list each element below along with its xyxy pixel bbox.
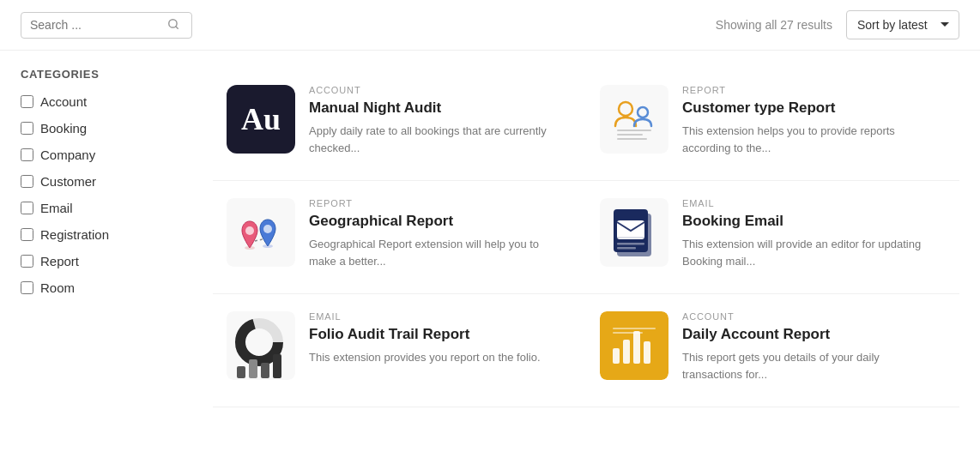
categories-title: CATEGORIES	[21, 68, 192, 81]
folio-icon	[227, 311, 295, 380]
product-card-booking-email[interactable]: EMAIL Booking Email This extension will …	[586, 181, 959, 294]
product-info-folio-audit: EMAIL Folio Audit Trail Report This exte…	[309, 311, 566, 366]
svg-line-1	[176, 26, 178, 28]
svg-point-12	[263, 225, 272, 233]
category-item-customer[interactable]: Customer	[21, 174, 192, 189]
product-desc-2: Geographical Report extension will help …	[309, 236, 566, 269]
category-label-account: Account	[40, 94, 87, 109]
category-item-room[interactable]: Room	[21, 280, 192, 295]
svg-rect-26	[261, 363, 269, 378]
au-icon: Au	[227, 85, 295, 154]
product-desc-1: This extension helps you to provide repo…	[682, 123, 939, 156]
svg-rect-28	[613, 348, 620, 364]
category-label-email: Email	[40, 201, 73, 215]
product-title-5: Daily Account Report	[682, 325, 939, 344]
category-label-customer: Customer	[40, 174, 96, 189]
category-label-company: Company	[40, 148, 95, 162]
product-info-geographical-report: REPORT Geographical Report Geographical …	[309, 198, 566, 269]
product-card-daily-account[interactable]: ACCOUNT Daily Account Report This report…	[586, 294, 959, 407]
category-item-email[interactable]: Email	[21, 201, 192, 215]
product-title-4: Folio Audit Trail Report	[309, 325, 566, 344]
svg-rect-30	[633, 331, 640, 364]
checkbox-company[interactable]	[21, 148, 33, 161]
results-count: Showing all 27 results	[716, 18, 832, 32]
category-item-company[interactable]: Company	[21, 148, 192, 162]
product-info-daily-account: ACCOUNT Daily Account Report This report…	[682, 311, 939, 383]
product-card-customer-type-report[interactable]: REPORT Customer type Report This extensi…	[586, 68, 959, 181]
product-title-2: Geographical Report	[309, 212, 566, 231]
geo-icon	[227, 198, 295, 267]
results-info: Showing all 27 results Sort by latest So…	[716, 10, 959, 39]
svg-rect-5	[617, 130, 651, 131]
product-info-customer-type-report: REPORT Customer type Report This extensi…	[682, 85, 939, 156]
checkbox-registration[interactable]	[21, 228, 33, 241]
svg-rect-19	[617, 243, 644, 245]
svg-rect-31	[644, 341, 650, 364]
search-box[interactable]	[21, 12, 192, 39]
product-card-geographical-report[interactable]: REPORT Geographical Report Geographical …	[213, 181, 586, 294]
checkbox-booking[interactable]	[21, 122, 33, 135]
svg-rect-32	[613, 328, 656, 329]
product-category-4: EMAIL	[309, 311, 566, 322]
products-grid: Au ACCOUNT Manual Night Audit Apply dail…	[213, 68, 959, 407]
product-title-1: Customer type Report	[682, 99, 939, 118]
svg-rect-33	[613, 332, 643, 334]
daily-account-icon	[611, 322, 657, 369]
checkbox-customer[interactable]	[21, 175, 33, 188]
category-label-room: Room	[40, 280, 75, 295]
daily-icon	[600, 311, 668, 380]
svg-rect-6	[617, 134, 643, 136]
search-input[interactable]	[30, 18, 167, 32]
customer-report-icon	[600, 85, 668, 154]
category-label-booking: Booking	[40, 121, 87, 136]
product-desc-0: Apply daily rate to all bookings that ar…	[309, 123, 566, 156]
svg-rect-20	[617, 247, 636, 250]
sidebar: CATEGORIES Account Booking Company Custo…	[21, 68, 192, 407]
product-icon-au: Au	[227, 85, 295, 154]
product-category-0: ACCOUNT	[309, 85, 566, 95]
product-title-3: Booking Email	[682, 212, 939, 231]
product-category-3: EMAIL	[682, 198, 939, 208]
checkbox-report[interactable]	[21, 255, 33, 268]
svg-rect-7	[617, 138, 647, 140]
category-item-report[interactable]: Report	[21, 254, 192, 268]
product-icon-geo	[227, 198, 295, 267]
svg-rect-25	[249, 359, 257, 378]
product-icon-daily	[600, 311, 668, 380]
main-layout: CATEGORIES Account Booking Company Custo…	[0, 51, 980, 425]
product-info-manual-night-audit: ACCOUNT Manual Night Audit Apply daily r…	[309, 85, 566, 156]
product-card-folio-audit[interactable]: EMAIL Folio Audit Trail Report This exte…	[213, 294, 586, 407]
product-category-2: REPORT	[309, 198, 566, 208]
checkbox-room[interactable]	[21, 281, 33, 294]
product-desc-3: This extension will provide an editor fo…	[682, 236, 939, 269]
category-label-registration: Registration	[40, 227, 109, 242]
product-icon-email	[600, 198, 668, 267]
product-category-5: ACCOUNT	[682, 311, 939, 322]
svg-rect-27	[273, 354, 281, 378]
svg-point-10	[245, 226, 254, 235]
product-card-manual-night-audit[interactable]: Au ACCOUNT Manual Night Audit Apply dail…	[213, 68, 586, 181]
product-icon-folio	[227, 311, 295, 380]
category-item-registration[interactable]: Registration	[21, 227, 192, 242]
svg-rect-24	[237, 366, 245, 378]
sort-select[interactable]: Sort by latest Sort by oldest Sort by na…	[846, 10, 959, 39]
product-desc-4: This extension provides you report on th…	[309, 349, 566, 366]
checkbox-email[interactable]	[21, 202, 33, 214]
checkbox-account[interactable]	[21, 95, 33, 108]
email-icon	[600, 198, 668, 267]
category-item-booking[interactable]: Booking	[21, 121, 192, 136]
category-item-account[interactable]: Account	[21, 94, 192, 109]
svg-rect-29	[623, 340, 630, 364]
top-bar: Showing all 27 results Sort by latest So…	[0, 0, 980, 51]
search-icon	[167, 18, 179, 33]
product-desc-5: This report gets you details of your dai…	[682, 349, 939, 383]
product-info-booking-email: EMAIL Booking Email This extension will …	[682, 198, 939, 269]
product-title-0: Manual Night Audit	[309, 99, 566, 118]
category-label-report: Report	[40, 254, 79, 268]
product-category-1: REPORT	[682, 85, 939, 95]
product-icon-customer-report	[600, 85, 668, 154]
